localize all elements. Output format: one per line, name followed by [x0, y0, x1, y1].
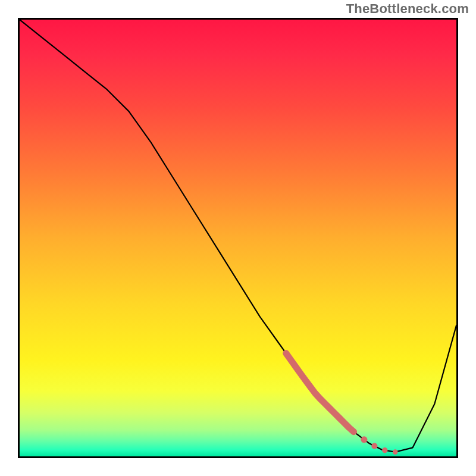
highlight-segment [286, 353, 354, 432]
svg-point-2 [371, 443, 377, 449]
svg-point-4 [393, 449, 398, 455]
curve-layer [20, 20, 456, 456]
watermark-text: TheBottleneck.com [346, 1, 469, 17]
plot-area [18, 18, 458, 458]
svg-point-1 [361, 436, 367, 443]
svg-point-3 [382, 447, 387, 453]
bottleneck-curve [20, 20, 456, 452]
chart-container: TheBottleneck.com [0, 0, 476, 476]
